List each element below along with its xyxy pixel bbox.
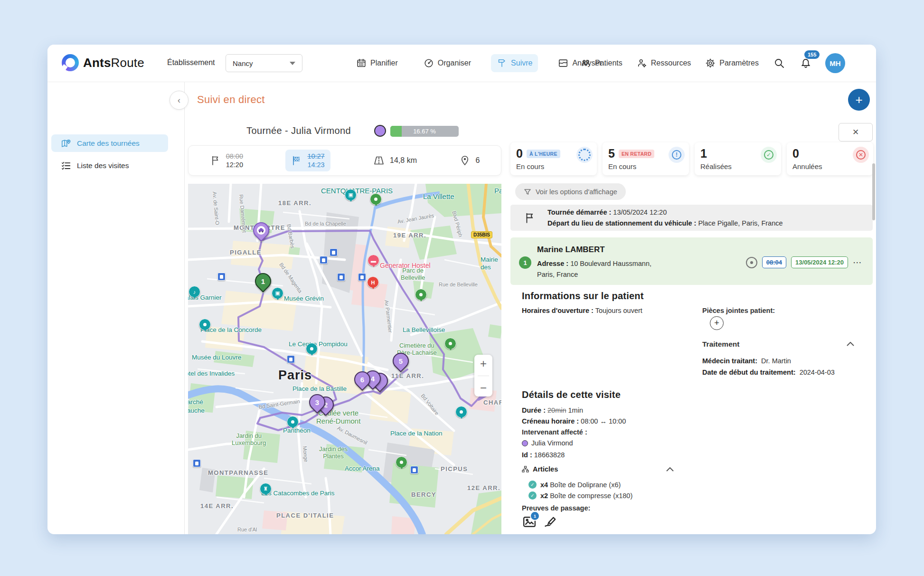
transit-station-icon (287, 355, 295, 363)
more-menu-button[interactable]: ⋯ (853, 257, 862, 268)
establishment-select[interactable]: Nancy (226, 54, 302, 72)
calendar-icon (356, 58, 367, 68)
transit-station-icon (193, 459, 201, 467)
map-poi-pin[interactable] (444, 338, 456, 349)
establishment-value: Nancy (233, 59, 253, 67)
actual-time-pill: 13/05/2024 12:20 (791, 256, 848, 268)
map-poi-pin[interactable] (415, 289, 427, 301)
speedometer-icon (424, 58, 434, 68)
status-card-on-time: 0À L'HEURE En cours (510, 142, 597, 175)
road-icon (373, 155, 385, 166)
status-card-done: 1 ✓ Réalisées (695, 142, 781, 175)
checklist-icon (61, 161, 71, 171)
chevron-down-icon (290, 62, 295, 65)
article-item: ✓x2 Boîte de compresse (x180) (528, 491, 632, 500)
display-options-button[interactable]: Voir les options d'affichage (515, 183, 626, 200)
spinner-icon (576, 147, 593, 163)
stat-start-time: 08:0012:20 (210, 152, 243, 169)
back-button[interactable]: ‹ (170, 91, 189, 110)
map-poi-pin[interactable]: ♪ (189, 286, 200, 298)
flag-icon (210, 155, 221, 166)
chevron-up-icon[interactable] (666, 467, 674, 472)
status-card-cancelled: 0 ✕ Annulées (787, 142, 873, 175)
tour-stats-bar: 08:0012:20 10:2714:23 14,8 km 6 (188, 145, 501, 176)
visit-card[interactable]: 1 Marine LAMBERT Adresse : 10 Boulevard … (510, 237, 873, 285)
map-poi-pin[interactable] (306, 343, 318, 355)
map-poi-pin[interactable] (287, 416, 299, 428)
status-badge: À L'HEURE (527, 150, 560, 158)
detail-panel: 0À L'HEURE En cours 5EN RETARD ! En cour… (510, 45, 873, 534)
planned-time-pill: 08:04 (762, 256, 786, 268)
stat-end-time: 10:2714:23 (285, 150, 330, 171)
map-poi-pin[interactable] (370, 193, 382, 205)
transit-station-icon (320, 256, 328, 264)
signpost-icon (497, 58, 507, 68)
status-card-late: 5EN RETARD ! En cours (603, 142, 689, 175)
driver-color-dot (374, 125, 386, 137)
check-icon: ✓ (528, 491, 537, 500)
antsroute-logo-icon (62, 54, 79, 71)
brand-logo[interactable]: AntsRoute (62, 54, 144, 71)
map-base (188, 184, 501, 534)
panel-scrollbar[interactable] (872, 163, 875, 220)
articles-header: Articles (522, 465, 558, 473)
page-title: Suivi en direct (197, 94, 265, 106)
transit-station-icon (217, 273, 226, 281)
photo-count-badge: 1 (530, 511, 540, 521)
tour-start-info: Tournée démarrée : 13/05/2024 12:20 Dépa… (510, 205, 873, 231)
tab-planifier[interactable]: Planifier (350, 54, 404, 72)
articles-icon (522, 466, 529, 473)
visit-details-heading: Détails de cette visite (522, 389, 621, 400)
visit-id-row: Id : 18663828 (522, 451, 565, 459)
stat-distance: 14,8 km (373, 155, 417, 166)
map[interactable]: CENTQUATRE-PARISLa VillettePa18E ARR.MON… (188, 184, 501, 534)
tour-progress-bar: 16.67 % (390, 126, 459, 137)
sidebar-item-carte-des-tournees[interactable]: Carte des tournées (51, 134, 168, 152)
map-poi-pin[interactable]: ▬ (368, 255, 379, 266)
sidebar-item-liste-des-visites[interactable]: Liste des visites (51, 157, 168, 174)
zoom-in-button[interactable]: + (474, 358, 492, 369)
add-attachment-button[interactable]: + (710, 316, 724, 330)
road-shield-badge: D35BIS (471, 231, 492, 238)
attachments-label: Pièces jointes patient: (702, 307, 775, 314)
progress-label: 16.67 % (390, 126, 459, 137)
treatment-heading: Traitement (702, 340, 739, 349)
locate-icon[interactable] (746, 257, 757, 268)
map-poi-pin[interactable] (396, 456, 407, 468)
time-slot-row: Créneau horaire : 08:00 ↔ 10:00 (522, 417, 626, 425)
map-poi-pin[interactable]: ▣ (345, 189, 357, 201)
photo-proof-button[interactable]: 1 (523, 516, 536, 530)
patient-name: Marine LAMBERT (537, 245, 605, 255)
brand-name: AntsRoute (83, 56, 144, 70)
tab-organiser[interactable]: Organiser (418, 54, 477, 72)
map-poi-pin[interactable]: ▣ (272, 287, 283, 299)
agent-row: Julia Virmond (522, 439, 573, 447)
map-poi-pin[interactable] (199, 319, 211, 330)
warning-icon: ! (669, 147, 685, 163)
signature-proof-button[interactable] (544, 516, 557, 530)
transit-station-icon (358, 273, 366, 281)
check-icon: ✓ (528, 481, 537, 489)
cancel-circle-icon: ✕ (853, 147, 869, 163)
transit-station-icon (410, 466, 418, 474)
treatment-start-row: Date de début du traitement: 2024-04-03 (702, 368, 835, 376)
agent-label: Intervenant affecté : (522, 428, 587, 436)
patient-info-heading: Informations sur le patient (522, 291, 644, 302)
map-poi-pin[interactable]: ♜ (260, 483, 272, 495)
zoom-out-button[interactable]: − (474, 382, 492, 394)
article-item: ✓x4 Boîte de Doliprane (x6) (528, 481, 621, 489)
map-poi-pin[interactable] (455, 406, 467, 418)
transit-station-icon (330, 248, 338, 256)
map-zoom-control: + − (474, 355, 492, 397)
map-poi-pin[interactable]: H (367, 276, 379, 288)
checkered-flag-icon (291, 155, 302, 166)
filter-icon (524, 188, 531, 196)
transit-station-icon (337, 273, 345, 281)
map-icon (61, 138, 71, 149)
opening-hours: Horaires d'ouverture : Toujours ouvert (522, 307, 642, 314)
patient-address: Adresse : 10 Boulevard Haussmann, Paris,… (537, 258, 651, 280)
app-window: AntsRoute Établissement Nancy Planifier … (47, 45, 876, 534)
tour-title: Tournée - Julia Virmond (246, 125, 351, 136)
duration-row: Durée : 20min 1min (522, 406, 583, 414)
chevron-up-icon[interactable] (847, 342, 854, 346)
